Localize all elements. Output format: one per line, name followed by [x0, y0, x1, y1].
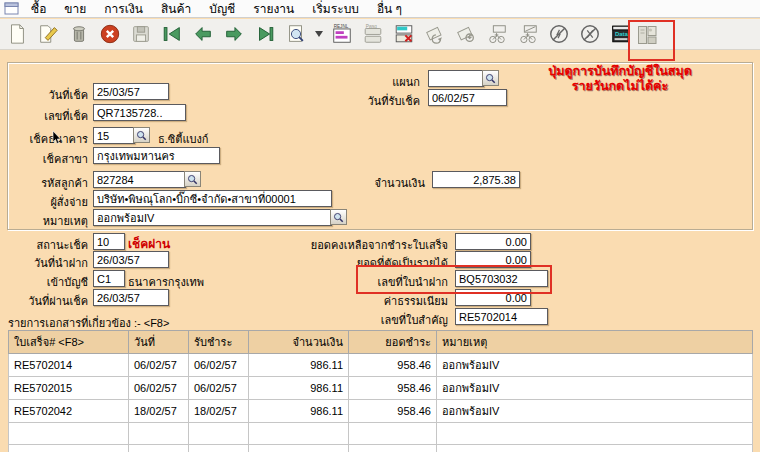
fee-input[interactable]	[455, 289, 531, 306]
cell-note[interactable]: ออกพร้อมIV	[437, 377, 753, 400]
table-row[interactable]: RE5702014 06/02/57 06/02/57 986.11 958.4…	[9, 354, 753, 377]
annotation-note: ปุ่มดูการบันทึกบัญชีในสมุด รายวันกดไม่ได…	[510, 64, 730, 94]
payer-input[interactable]	[93, 190, 332, 207]
window-icon	[4, 2, 19, 15]
customer-code-label: รหัสลูกค้า	[8, 174, 88, 192]
menu-buy[interactable]: ซื้อ	[22, 0, 55, 18]
income-input[interactable]	[455, 251, 531, 268]
related-documents-table: ใบเสร็จ# <F8> วันที่ รับชำระ จำนวนเงิน ย…	[8, 330, 753, 452]
menu-reports[interactable]: รายงาน	[244, 0, 303, 18]
dept-lookup-button[interactable]	[482, 70, 499, 86]
income-label: ยอดที่ตัดเป็นรายได้	[285, 254, 448, 272]
branch-label: เช็คสาขา	[8, 150, 88, 168]
amount-input[interactable]	[432, 171, 520, 188]
cheque-add-icon[interactable]	[484, 21, 510, 47]
bank-name-text: ธ.ซิตี้แบงก์	[158, 130, 208, 148]
col-amount[interactable]: จำนวนเงิน	[249, 331, 349, 354]
delete-icon[interactable]	[66, 21, 92, 47]
cell-paid-date[interactable]: 18/02/57	[189, 400, 249, 423]
save-icon[interactable]	[128, 21, 154, 47]
receive-date-label: วันที่รับเช็ค	[330, 92, 420, 110]
col-receipt[interactable]: ใบเสร็จ# <F8>	[9, 331, 129, 354]
check-date-input[interactable]	[93, 83, 169, 100]
data-book-icon[interactable]: Data	[608, 21, 634, 47]
dept-input[interactable]	[428, 70, 484, 87]
mouse-cursor-icon	[52, 131, 61, 144]
first-record-icon[interactable]	[159, 21, 185, 47]
cancel-icon[interactable]	[97, 21, 123, 47]
journal-view-icon[interactable]	[634, 22, 660, 48]
menu-others[interactable]: อื่น ๆ	[368, 0, 411, 18]
customer-lookup-button[interactable]	[184, 171, 201, 187]
menu-accounting[interactable]: บัญชี	[200, 0, 244, 18]
cell-receipt[interactable]: RE5702014	[9, 354, 129, 377]
cell-date[interactable]: 18/02/57	[129, 400, 189, 423]
cell-paid-amount[interactable]: 958.46	[349, 400, 437, 423]
clear-date-input[interactable]	[93, 289, 169, 306]
col-paid-amount[interactable]: ยอดชำระ	[349, 331, 437, 354]
pwsg-icon[interactable]: Pwsg	[360, 21, 386, 47]
menu-finance[interactable]: การเงิน	[95, 0, 152, 18]
table-header-row: ใบเสร็จ# <F8> วันที่ รับชำระ จำนวนเงิน ย…	[9, 331, 753, 354]
menu-system[interactable]: เริ่มระบบ	[303, 0, 368, 18]
balance-label: ยอดคงเหลือจากชำระใบเสร็จ	[285, 236, 448, 254]
new-document-icon[interactable]	[4, 21, 30, 47]
send-document-icon[interactable]	[422, 21, 448, 47]
receive-document-icon[interactable]	[453, 21, 479, 47]
note-lookup-button[interactable]	[330, 209, 347, 225]
cell-paid-date[interactable]: 06/02/57	[189, 354, 249, 377]
bank-label: เช็คธนาคาร	[8, 130, 88, 148]
next-record-icon[interactable]	[221, 21, 247, 47]
status-label: สถานะเช็ค	[8, 236, 88, 254]
check-no-input[interactable]	[93, 104, 186, 121]
app-window: ซื้อ ขาย การเงิน สินค้า บัญชี รายงาน เริ…	[0, 0, 760, 452]
account-code-input[interactable]	[93, 270, 125, 287]
table-row-empty[interactable]	[9, 423, 753, 445]
cell-paid-amount[interactable]: 958.46	[349, 354, 437, 377]
cell-paid-date[interactable]: 06/02/57	[189, 377, 249, 400]
preview-icon[interactable]	[283, 21, 309, 47]
svg-text:Pwsg: Pwsg	[366, 24, 378, 29]
status-input[interactable]	[93, 233, 125, 250]
re-jnl-icon[interactable]: REJNL	[329, 21, 355, 47]
voucher-input[interactable]	[455, 308, 548, 325]
table-row-empty[interactable]	[9, 445, 753, 452]
pwsg-cancel-icon[interactable]	[391, 21, 417, 47]
preview-dropdown-icon[interactable]	[314, 21, 324, 47]
receive-date-input[interactable]	[428, 89, 507, 106]
bank-code-input[interactable]	[93, 127, 135, 144]
table-row[interactable]: RE5702042 18/02/57 18/02/57 986.11 958.4…	[9, 400, 753, 423]
branch-input[interactable]	[93, 147, 220, 164]
menu-sell[interactable]: ขาย	[55, 0, 95, 18]
cell-date[interactable]: 06/02/57	[129, 377, 189, 400]
cell-receipt[interactable]: RE5702015	[9, 377, 129, 400]
disabled-void-icon[interactable]	[577, 21, 603, 47]
cell-date[interactable]: 06/02/57	[129, 354, 189, 377]
cell-amount[interactable]: 986.11	[249, 377, 349, 400]
check-date-label: วันที่เช็ค	[8, 86, 88, 104]
previous-record-icon[interactable]	[190, 21, 216, 47]
balance-input[interactable]	[455, 233, 531, 250]
menu-products[interactable]: สินค้า	[152, 0, 200, 18]
cell-amount[interactable]: 986.11	[249, 400, 349, 423]
cell-amount[interactable]: 986.11	[249, 354, 349, 377]
last-record-icon[interactable]	[252, 21, 278, 47]
cell-note[interactable]: ออกพร้อมIV	[437, 354, 753, 377]
col-note[interactable]: หมายเหตุ	[437, 331, 753, 354]
customer-code-input[interactable]	[93, 171, 186, 188]
col-paid-date[interactable]: รับชำระ	[189, 331, 249, 354]
cheque-draft-icon[interactable]	[515, 21, 541, 47]
disabled-post-icon[interactable]	[546, 21, 572, 47]
col-date[interactable]: วันที่	[129, 331, 189, 354]
check-no-label: เลขที่เช็ค	[8, 107, 88, 125]
table-row[interactable]: RE5702015 06/02/57 06/02/57 986.11 958.4…	[9, 377, 753, 400]
cell-paid-amount[interactable]: 958.46	[349, 377, 437, 400]
deposit-date-input[interactable]	[93, 251, 169, 268]
clear-date-label: วันที่ผ่านเช็ค	[8, 292, 88, 310]
cell-note[interactable]: ออกพร้อมIV	[437, 400, 753, 423]
edit-icon[interactable]	[35, 21, 61, 47]
deposit-no-input[interactable]	[455, 270, 548, 287]
bank-lookup-button[interactable]	[133, 127, 150, 143]
cell-receipt[interactable]: RE5702042	[9, 400, 129, 423]
note-input[interactable]	[93, 209, 332, 226]
